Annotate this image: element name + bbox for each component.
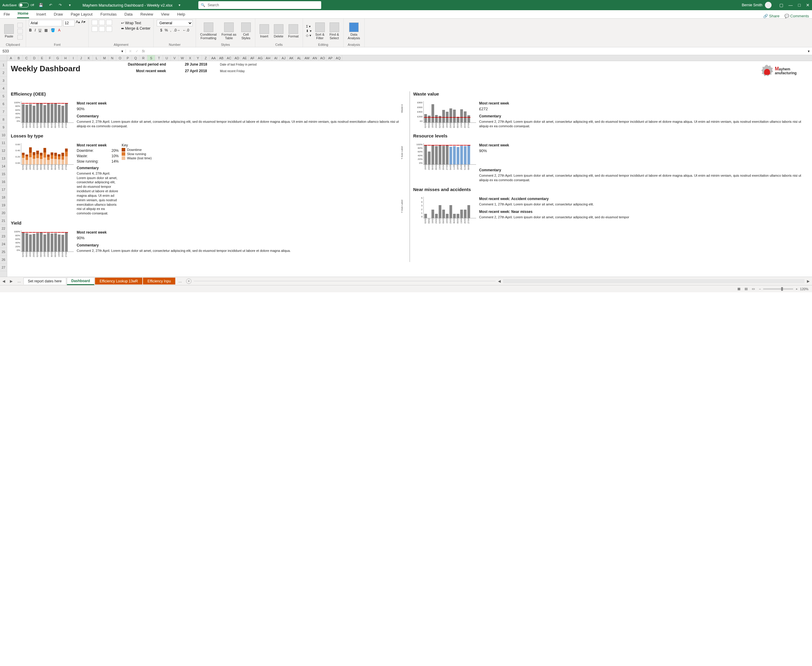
column-header[interactable]: A — [7, 55, 15, 61]
column-header[interactable]: AJ — [280, 55, 288, 61]
align-middle-icon[interactable] — [99, 20, 105, 25]
row-header[interactable]: 16 — [0, 178, 7, 186]
column-header[interactable]: AQ — [334, 55, 342, 61]
row-header[interactable]: 7 — [0, 108, 7, 115]
bold-button[interactable]: B — [29, 28, 32, 32]
row-header[interactable]: 17 — [0, 186, 7, 193]
column-header[interactable]: N — [109, 55, 116, 61]
increase-font-icon[interactable]: A▴ — [76, 20, 80, 26]
row-header[interactable]: 6 — [0, 100, 7, 108]
select-all-corner[interactable] — [0, 55, 7, 61]
conditional-formatting-button[interactable]: Conditional Formatting — [199, 22, 218, 40]
column-header[interactable]: L — [93, 55, 101, 61]
column-header[interactable]: J — [77, 55, 85, 61]
column-header[interactable]: F — [46, 55, 54, 61]
row-header[interactable]: 23 — [0, 232, 7, 240]
row-header[interactable]: 11 — [0, 139, 7, 147]
column-header[interactable]: B — [15, 55, 23, 61]
align-center-icon[interactable] — [99, 26, 105, 32]
ribbon-display-icon[interactable]: ▢ — [779, 3, 783, 8]
column-header[interactable]: AO — [319, 55, 327, 61]
column-header[interactable]: AC — [225, 55, 233, 61]
formula-expand-icon[interactable]: ▾ — [805, 49, 812, 53]
autosave-toggle[interactable]: AutoSave Off — [2, 3, 34, 8]
qat-dropdown-icon[interactable]: ▾ — [67, 2, 73, 8]
column-header[interactable]: X — [186, 55, 194, 61]
decrease-font-icon[interactable]: A▾ — [81, 20, 85, 26]
column-header[interactable]: U — [163, 55, 171, 61]
row-header[interactable]: 2 — [0, 69, 7, 77]
increase-decimal-icon[interactable]: .0→ — [174, 28, 180, 32]
column-header[interactable]: Z — [202, 55, 210, 61]
align-right-icon[interactable] — [106, 26, 112, 32]
column-header[interactable]: O — [116, 55, 124, 61]
row-header[interactable]: 18 — [0, 193, 7, 201]
font-color-button[interactable]: A — [58, 28, 61, 32]
undo-icon[interactable]: ↶ — [48, 2, 53, 8]
copy-icon[interactable] — [17, 29, 23, 33]
hscrollbar[interactable] — [503, 279, 804, 283]
hscroll-left[interactable]: ◀ — [496, 279, 503, 283]
comments-button[interactable]: 💬 Comments — [784, 14, 809, 18]
delete-cells-button[interactable]: Delete — [273, 24, 284, 39]
column-header[interactable]: W — [179, 55, 186, 61]
row-header[interactable]: 26 — [0, 256, 7, 264]
row-header[interactable]: 9 — [0, 124, 7, 131]
column-header[interactable]: P — [124, 55, 132, 61]
column-header[interactable]: D — [31, 55, 38, 61]
title-dropdown-icon[interactable]: ▾ — [177, 2, 182, 8]
format-as-table-button[interactable]: Format as Table — [220, 22, 238, 40]
column-header[interactable]: Q — [132, 55, 140, 61]
autosum-icon[interactable]: Σ ▾ — [306, 25, 311, 28]
sheet-tab[interactable]: Set report dates here — [23, 278, 66, 285]
tab-page-layout[interactable]: Page Layout — [70, 11, 93, 18]
search-input[interactable]: 🔍 Search — [198, 1, 321, 9]
column-header[interactable]: E — [38, 55, 46, 61]
column-header[interactable]: AB — [218, 55, 225, 61]
column-header[interactable]: G — [54, 55, 62, 61]
column-header[interactable]: AD — [233, 55, 241, 61]
column-header[interactable]: AE — [241, 55, 249, 61]
fill-color-button[interactable]: 🪣 — [51, 28, 55, 32]
column-header[interactable]: AM — [303, 55, 311, 61]
column-header[interactable]: M — [101, 55, 109, 61]
fx-icon[interactable]: fx — [142, 49, 145, 53]
tab-nav-prev[interactable]: ◀ — [0, 279, 8, 283]
cut-icon[interactable] — [17, 23, 23, 28]
row-header[interactable]: 14 — [0, 162, 7, 170]
redo-icon[interactable]: ↷ — [58, 2, 63, 8]
view-page-break-icon[interactable]: ▭ — [752, 287, 755, 291]
align-top-icon[interactable] — [92, 20, 98, 25]
percent-icon[interactable]: % — [164, 28, 168, 32]
cell-styles-button[interactable]: Cell Styles — [240, 22, 252, 40]
view-normal-icon[interactable]: ▦ — [738, 287, 740, 291]
row-header[interactable]: 24 — [0, 240, 7, 248]
column-header[interactable]: C — [23, 55, 31, 61]
column-header[interactable]: I — [69, 55, 77, 61]
tab-home[interactable]: Home — [17, 10, 29, 18]
font-size-select[interactable] — [63, 20, 74, 26]
name-box[interactable]: S33▾ — [0, 49, 126, 53]
column-header[interactable]: Y — [194, 55, 202, 61]
row-header[interactable]: 19 — [0, 201, 7, 209]
sheet-tab[interactable]: Efficiency Inpu — [143, 278, 175, 285]
paste-button[interactable]: Paste — [3, 24, 15, 39]
zoom-level[interactable]: 120% — [800, 287, 809, 291]
row-header[interactable]: 20 — [0, 209, 7, 217]
row-header[interactable]: 25 — [0, 248, 7, 256]
column-header[interactable]: AI — [272, 55, 280, 61]
save-icon[interactable]: 💾 — [38, 2, 44, 8]
tab-draw[interactable]: Draw — [53, 11, 63, 18]
account-button[interactable]: Bernie Smith — [742, 2, 772, 8]
column-header[interactable]: AH — [264, 55, 272, 61]
sheet-tab-active[interactable]: Dashboard — [67, 277, 95, 285]
new-sheet-button[interactable]: + — [186, 279, 192, 284]
tab-formulas[interactable]: Formulas — [100, 11, 117, 18]
tab-view[interactable]: View — [160, 11, 170, 18]
maximize-icon[interactable]: □ — [798, 3, 800, 8]
underline-button[interactable]: U — [39, 28, 41, 32]
border-button[interactable]: ▦ — [45, 28, 48, 32]
cancel-formula-icon[interactable]: ✕ — [129, 49, 132, 53]
column-header[interactable]: AN — [311, 55, 319, 61]
tab-file[interactable]: File — [3, 11, 10, 18]
